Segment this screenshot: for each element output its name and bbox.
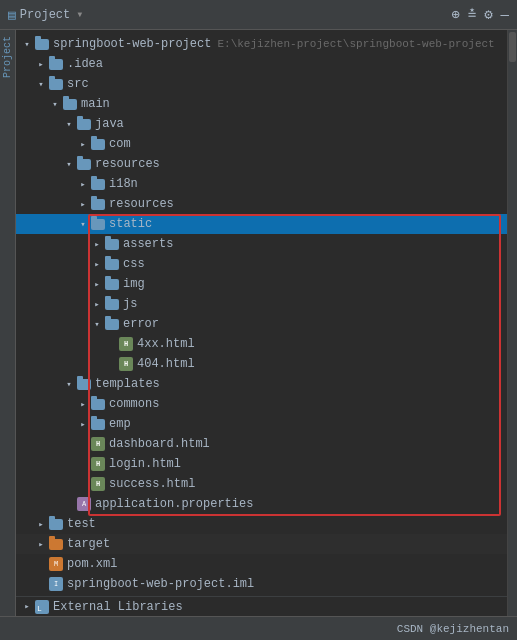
static-folder-icon bbox=[90, 216, 106, 232]
toolbar-dropdown[interactable]: ▾ bbox=[76, 7, 83, 22]
tree-node-emp[interactable]: emp bbox=[16, 414, 507, 434]
4xx-label: 4xx.html bbox=[137, 337, 195, 351]
tree-node-pom[interactable]: M pom.xml bbox=[16, 554, 507, 574]
iml-icon: I bbox=[48, 576, 64, 592]
dashboard-label: dashboard.html bbox=[109, 437, 210, 451]
scrollbar-thumb[interactable] bbox=[509, 32, 516, 62]
java-label: java bbox=[95, 117, 124, 131]
arrow-src bbox=[34, 77, 48, 91]
settings-icon[interactable]: ⚙ bbox=[484, 6, 492, 23]
main-label: main bbox=[81, 97, 110, 111]
tree-node-com[interactable]: com bbox=[16, 134, 507, 154]
project-folder-icon bbox=[34, 36, 50, 52]
arrow-asserts bbox=[90, 237, 104, 251]
css-folder-icon bbox=[104, 256, 120, 272]
arrow-dashboard bbox=[76, 437, 90, 451]
tree-node-i18n[interactable]: i18n bbox=[16, 174, 507, 194]
arrow-success bbox=[76, 477, 90, 491]
resources2-folder-icon bbox=[90, 196, 106, 212]
emp-label: emp bbox=[109, 417, 131, 431]
side-tab-project[interactable]: Project bbox=[0, 30, 15, 84]
minimize-icon[interactable]: — bbox=[501, 7, 509, 23]
tree-node-appprops[interactable]: A application.properties bbox=[16, 494, 507, 514]
arrow-pom bbox=[34, 557, 48, 571]
redbox-container: static asserts css bbox=[16, 214, 507, 374]
tree-node-test[interactable]: test bbox=[16, 514, 507, 534]
tree-node-templates[interactable]: templates bbox=[16, 374, 507, 394]
resources-label: resources bbox=[95, 157, 160, 171]
error-folder-icon bbox=[104, 316, 120, 332]
main-layout: Project springboot-web-project E:\kejizh… bbox=[0, 30, 517, 616]
arrow-idea bbox=[34, 57, 48, 71]
idea-folder-icon bbox=[48, 56, 64, 72]
tree-node-ext-libs[interactable]: L External Libraries bbox=[16, 596, 507, 616]
arrow-com bbox=[76, 137, 90, 151]
commons-folder-icon bbox=[90, 396, 106, 412]
tree-node-static[interactable]: static bbox=[16, 214, 507, 234]
login-html-icon: H bbox=[90, 456, 106, 472]
tree-node-resources[interactable]: resources bbox=[16, 154, 507, 174]
collapse-icon[interactable]: ≛ bbox=[468, 6, 476, 23]
tree-node-dashboard[interactable]: H dashboard.html bbox=[16, 434, 507, 454]
arrow-css bbox=[90, 257, 104, 271]
arrow-emp bbox=[76, 417, 90, 431]
pom-label: pom.xml bbox=[67, 557, 117, 571]
i18n-folder-icon bbox=[90, 176, 106, 192]
arrow-commons bbox=[76, 397, 90, 411]
arrow-test bbox=[34, 517, 48, 531]
tree-node-js[interactable]: js bbox=[16, 294, 507, 314]
tree-node-root[interactable]: springboot-web-project E:\kejizhen-proje… bbox=[16, 34, 507, 54]
tree-node-resources2[interactable]: resources bbox=[16, 194, 507, 214]
project-icon: ▤ bbox=[8, 7, 16, 23]
templates-folder-icon bbox=[76, 376, 92, 392]
tree-node-idea[interactable]: .idea bbox=[16, 54, 507, 74]
right-scrollbar[interactable] bbox=[507, 30, 517, 616]
js-label: js bbox=[123, 297, 137, 311]
appprops-label: application.properties bbox=[95, 497, 253, 511]
success-html-icon: H bbox=[90, 476, 106, 492]
tree-node-commons[interactable]: commons bbox=[16, 394, 507, 414]
status-bar: CSDN @kejizhentan bbox=[0, 616, 517, 640]
tree-node-login[interactable]: H login.html bbox=[16, 454, 507, 474]
commons-label: commons bbox=[109, 397, 159, 411]
static-label: static bbox=[109, 217, 152, 231]
target-label: target bbox=[67, 537, 110, 551]
tree-node-asserts[interactable]: asserts bbox=[16, 234, 507, 254]
tree-node-error[interactable]: error bbox=[16, 314, 507, 334]
error-label: error bbox=[123, 317, 159, 331]
test-label: test bbox=[67, 517, 96, 531]
tree-node-css[interactable]: css bbox=[16, 254, 507, 274]
ext-libs-label: External Libraries bbox=[53, 600, 183, 614]
tree-node-src[interactable]: src bbox=[16, 74, 507, 94]
iml-label: springboot-web-project.iml bbox=[67, 577, 254, 591]
toolbar-title: ▤ Project ▾ bbox=[8, 7, 451, 23]
tree-node-4xx[interactable]: H 4xx.html bbox=[16, 334, 507, 354]
templates-label: templates bbox=[95, 377, 160, 391]
resources2-label: resources bbox=[109, 197, 174, 211]
arrow-img bbox=[90, 277, 104, 291]
tree-node-success[interactable]: H success.html bbox=[16, 474, 507, 494]
main-folder-icon bbox=[62, 96, 78, 112]
idea-label: .idea bbox=[67, 57, 103, 71]
css-label: css bbox=[123, 257, 145, 271]
test-folder-icon bbox=[48, 516, 64, 532]
java-folder-icon bbox=[76, 116, 92, 132]
file-tree: springboot-web-project E:\kejizhen-proje… bbox=[16, 30, 507, 616]
arrow-i18n bbox=[76, 177, 90, 191]
arrow-js bbox=[90, 297, 104, 311]
arrow-4xx bbox=[104, 337, 118, 351]
tree-node-404[interactable]: H 404.html bbox=[16, 354, 507, 374]
target-folder-icon bbox=[48, 536, 64, 552]
locate-icon[interactable]: ⊕ bbox=[451, 6, 459, 23]
tree-node-img[interactable]: img bbox=[16, 274, 507, 294]
tree-node-main[interactable]: main bbox=[16, 94, 507, 114]
tree-node-target[interactable]: target bbox=[16, 534, 507, 554]
404-html-icon: H bbox=[118, 356, 134, 372]
i18n-label: i18n bbox=[109, 177, 138, 191]
root-label: springboot-web-project bbox=[53, 37, 211, 51]
tree-node-java[interactable]: java bbox=[16, 114, 507, 134]
resources-folder-icon bbox=[76, 156, 92, 172]
arrow-ext-libs bbox=[20, 600, 34, 614]
tree-node-iml[interactable]: I springboot-web-project.iml bbox=[16, 574, 507, 594]
toolbar-icons: ⊕ ≛ ⚙ — bbox=[451, 6, 509, 23]
